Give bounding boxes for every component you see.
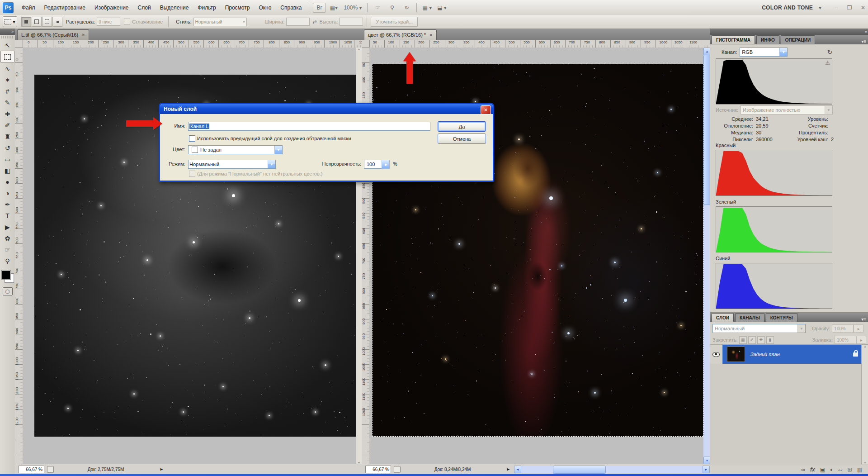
panel-menu-icon[interactable]: ▾≡ bbox=[861, 317, 868, 322]
magic-wand-tool[interactable]: ✶ bbox=[1, 74, 14, 86]
lock-transparency-icon[interactable]: ▦ bbox=[739, 336, 747, 344]
layer-style-icon[interactable]: fx bbox=[810, 466, 815, 473]
zoom-field[interactable]: 66,67 % bbox=[365, 466, 391, 473]
menu-item-0[interactable]: Файл bbox=[17, 5, 40, 11]
layer-row-background[interactable]: Задний план bbox=[710, 345, 862, 364]
opacity-field[interactable]: 100% bbox=[832, 324, 854, 333]
clone-stamp-tool[interactable]: ♜ bbox=[1, 131, 14, 142]
workspace-chevron-icon[interactable]: ▾ bbox=[814, 3, 826, 13]
vertical-scrollbar[interactable]: ▲ ▼ bbox=[703, 48, 710, 464]
menu-item-1[interactable]: Редактирование bbox=[40, 5, 90, 11]
horizontal-ruler[interactable]: 5010015020025030035040045050055060065070… bbox=[369, 40, 710, 48]
panel-tab-операции[interactable]: ОПЕРАЦИИ bbox=[781, 35, 815, 44]
refresh-icon[interactable]: ↻ bbox=[827, 49, 832, 56]
dodge-tool[interactable]: ◑ bbox=[1, 187, 14, 199]
gradient-tool[interactable]: ◧ bbox=[1, 165, 14, 176]
panel-tab-контуры[interactable]: КОНТУРЫ bbox=[766, 313, 797, 322]
style-combo[interactable]: Нормальный▾ bbox=[193, 18, 247, 26]
shape-tool[interactable]: ✿ bbox=[1, 233, 14, 244]
horizontal-ruler[interactable]: 0501001502002503003504004505005506006507… bbox=[23, 40, 362, 48]
arrange-documents-icon[interactable]: ▦ ▾ bbox=[420, 3, 434, 13]
layer-visibility-cell[interactable] bbox=[710, 345, 722, 364]
workspace-switcher[interactable]: COLOR AND TONE bbox=[762, 5, 813, 11]
layer-thumbnail[interactable] bbox=[727, 347, 745, 362]
clip-mask-checkbox[interactable] bbox=[189, 135, 195, 142]
blend-mode-combo[interactable]: Нормальный▼ bbox=[712, 324, 806, 333]
swap-dimensions-icon[interactable]: ⇄ bbox=[312, 19, 316, 25]
toolbox-grip[interactable] bbox=[1, 36, 14, 38]
channel-combo[interactable]: RGB▼ bbox=[740, 48, 788, 57]
launch-bridge-button[interactable]: Br bbox=[313, 3, 326, 13]
zoom-tool-icon[interactable]: ⚲ bbox=[386, 3, 398, 13]
selection-intersect-button[interactable] bbox=[52, 17, 62, 27]
pen-tool[interactable]: ✒ bbox=[1, 199, 14, 210]
screen-mode-icon[interactable]: ⬓ ▾ bbox=[435, 3, 448, 13]
tab-close-icon[interactable]: × bbox=[82, 32, 85, 38]
lasso-tool[interactable]: ∿ bbox=[1, 63, 14, 74]
healing-brush-tool[interactable]: ✚ bbox=[1, 108, 14, 119]
source-combo[interactable]: Изображение полностью▼ bbox=[741, 105, 833, 114]
dock-collapse-bar[interactable]: » bbox=[710, 29, 868, 35]
hand-tool[interactable]: ☞ bbox=[1, 244, 14, 255]
foreground-color-swatch[interactable] bbox=[1, 270, 11, 280]
selection-new-button[interactable] bbox=[21, 17, 31, 27]
path-select-tool[interactable]: ▶ bbox=[1, 221, 14, 233]
menu-item-6[interactable]: Просмотр bbox=[221, 5, 255, 11]
opacity-spinner-icon[interactable]: ▸ bbox=[382, 160, 390, 169]
vertical-ruler[interactable]: 0501001502002503003504004505005506006507… bbox=[15, 48, 23, 464]
new-layer-icon[interactable]: ⊞ bbox=[848, 466, 852, 473]
rect-marquee-tool[interactable] bbox=[0, 51, 14, 63]
tool-preset-picker[interactable]: ▾ bbox=[3, 16, 17, 27]
selection-add-button[interactable] bbox=[32, 17, 42, 27]
status-page-icon[interactable] bbox=[394, 466, 401, 473]
mode-combo[interactable]: Нормальный ▼ bbox=[188, 160, 276, 169]
opacity-spinner-icon[interactable]: ▸ bbox=[854, 324, 863, 333]
crop-tool[interactable]: # bbox=[1, 86, 14, 97]
ok-button[interactable]: Да bbox=[438, 121, 486, 132]
chevron-down-icon[interactable]: ▼ bbox=[274, 146, 282, 154]
chevron-down-icon[interactable]: ▼ bbox=[268, 160, 275, 168]
selection-subtract-button[interactable] bbox=[42, 17, 52, 27]
panel-tab-слои[interactable]: СЛОИ bbox=[712, 313, 734, 322]
panel-tab-инфо[interactable]: ИНФО bbox=[756, 35, 779, 44]
width-input[interactable] bbox=[286, 18, 310, 26]
menu-item-3[interactable]: Слой bbox=[133, 5, 156, 11]
name-input[interactable]: Канал L bbox=[188, 122, 430, 131]
scrollbar-thumb[interactable] bbox=[553, 466, 606, 474]
dialog-opacity-input[interactable]: 100 bbox=[364, 160, 383, 169]
document-tab-color[interactable]: цвет @ 66,7% (RGB/16) * × bbox=[364, 29, 437, 40]
hand-tool-icon[interactable]: ☞ bbox=[371, 3, 384, 13]
eyedropper-tool[interactable]: ✎ bbox=[1, 97, 14, 108]
status-menu-arrow[interactable]: ► bbox=[160, 467, 164, 471]
move-tool[interactable]: ↖ bbox=[1, 39, 14, 51]
extras-icon[interactable]: ▦▾ bbox=[327, 3, 340, 13]
menu-item-2[interactable]: Изображение bbox=[90, 5, 133, 11]
histogram-green[interactable] bbox=[716, 206, 832, 252]
type-tool[interactable]: T bbox=[1, 210, 14, 221]
feather-input[interactable]: 0 пикс bbox=[97, 18, 120, 26]
blur-tool[interactable]: ● bbox=[1, 176, 14, 187]
new-group-icon[interactable]: ▱ bbox=[838, 466, 842, 473]
lock-position-icon[interactable]: ✚ bbox=[757, 336, 765, 344]
cancel-button[interactable]: Отмена bbox=[438, 133, 486, 144]
layers-scrollbar[interactable]: ▲▼ bbox=[861, 345, 868, 464]
histogram-blue[interactable] bbox=[716, 263, 832, 309]
link-layers-icon[interactable]: ∞ bbox=[802, 466, 806, 473]
color-combo[interactable]: Не задан ▼ bbox=[188, 145, 283, 154]
panel-tab-гистограмма[interactable]: ГИСТОГРАММА bbox=[712, 35, 755, 44]
quick-mask-button[interactable]: ◯ bbox=[3, 287, 13, 295]
close-button[interactable]: ✕ bbox=[858, 4, 868, 12]
tab-close-icon[interactable]: × bbox=[429, 32, 432, 38]
fill-spinner-icon[interactable]: ▸ bbox=[856, 336, 866, 344]
lock-paint-icon[interactable]: ✐ bbox=[748, 336, 756, 344]
scroll-right-icon[interactable]: ► bbox=[703, 466, 710, 473]
zoom-tool[interactable]: ⚲ bbox=[1, 255, 14, 267]
eraser-tool[interactable]: ▭ bbox=[1, 153, 14, 165]
status-menu-arrow[interactable]: ► bbox=[506, 467, 510, 471]
adjustment-layer-icon[interactable]: ◐ bbox=[830, 466, 833, 473]
menu-item-5[interactable]: Фильтр bbox=[193, 5, 220, 11]
antialias-checkbox[interactable] bbox=[124, 19, 130, 25]
layer-name[interactable]: Задний план bbox=[750, 352, 780, 357]
menu-item-8[interactable]: Справка bbox=[276, 5, 306, 11]
histogram-rgb[interactable]: ⚠ bbox=[716, 58, 832, 105]
